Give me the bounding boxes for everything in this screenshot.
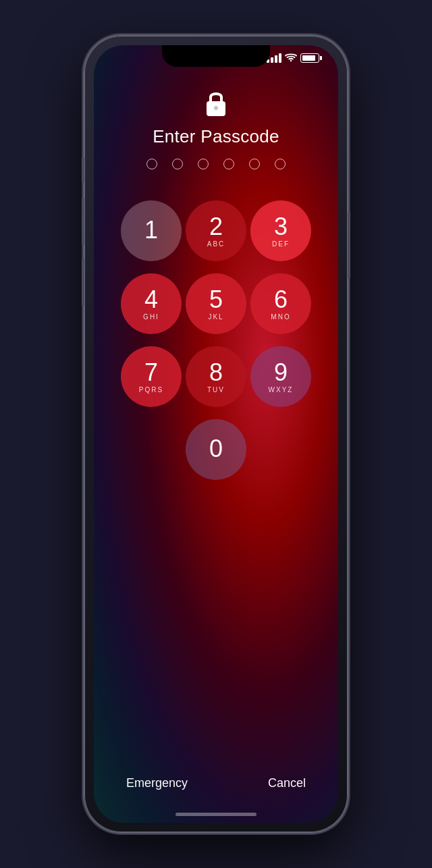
- lock-icon-container: [204, 89, 228, 117]
- key-3[interactable]: 3 DEF: [250, 200, 311, 261]
- battery-icon: [300, 53, 322, 63]
- key-3-letters: DEF: [272, 240, 290, 248]
- key-1-number: 1: [144, 218, 158, 242]
- lock-icon: [204, 89, 228, 117]
- svg-point-1: [214, 106, 218, 110]
- key-4[interactable]: 4 GHI: [121, 273, 182, 334]
- key-7[interactable]: 7 PQRS: [121, 346, 182, 407]
- key-4-number: 4: [144, 288, 158, 312]
- key-1[interactable]: 1: [121, 200, 182, 261]
- key-empty-right: [250, 419, 311, 480]
- signal-bar-3: [275, 55, 277, 63]
- signal-bar-2: [271, 57, 273, 63]
- key-5-letters: JKL: [208, 313, 223, 321]
- phone-frame: Enter Passcode 1 2 ABC: [84, 36, 348, 832]
- key-5-number: 5: [209, 288, 223, 312]
- key-8-letters: TUV: [207, 386, 225, 394]
- key-0-number: 0: [209, 437, 223, 461]
- cancel-button[interactable]: Cancel: [263, 771, 311, 796]
- dot-2: [172, 159, 183, 169]
- key-9-letters: WXYZ: [269, 386, 294, 394]
- signal-bar-4: [279, 53, 281, 63]
- volume-down-button: [82, 259, 84, 306]
- mute-button: [82, 157, 84, 183]
- keypad-row-2: 4 GHI 5 JKL 6 MNO: [121, 273, 311, 334]
- battery-tip: [320, 56, 322, 60]
- power-button: [348, 211, 350, 279]
- dot-5: [249, 159, 260, 169]
- key-2-letters: ABC: [207, 240, 225, 248]
- dot-6: [275, 159, 286, 169]
- key-8[interactable]: 8 TUV: [186, 346, 246, 407]
- emergency-button[interactable]: Emergency: [121, 771, 193, 796]
- notch: [162, 45, 270, 67]
- volume-up-button: [82, 198, 84, 245]
- battery-body: [300, 53, 319, 63]
- key-8-number: 8: [209, 360, 223, 385]
- key-2[interactable]: 2 ABC: [186, 200, 246, 261]
- passcode-dots: [94, 159, 338, 169]
- key-empty-left: [121, 419, 182, 480]
- key-9-number: 9: [274, 360, 288, 385]
- dot-1: [146, 159, 157, 169]
- wifi-icon: [285, 53, 297, 63]
- home-indicator: [176, 813, 256, 816]
- phone-screen: Enter Passcode 1 2 ABC: [94, 45, 338, 823]
- key-0[interactable]: 0: [186, 419, 246, 480]
- key-6-letters: MNO: [271, 313, 290, 321]
- key-6[interactable]: 6 MNO: [250, 273, 311, 334]
- key-5[interactable]: 5 JKL: [186, 273, 246, 334]
- bottom-bar: Emergency Cancel: [94, 771, 338, 796]
- key-2-number: 2: [209, 215, 223, 239]
- key-6-number: 6: [274, 288, 288, 312]
- battery-fill: [302, 55, 315, 61]
- keypad-row-1: 1 2 ABC 3 DEF: [121, 200, 311, 261]
- keypad-row-4: 0: [121, 419, 311, 480]
- status-right: [267, 53, 322, 63]
- key-9[interactable]: 9 WXYZ: [250, 346, 311, 407]
- dot-4: [223, 159, 234, 169]
- key-7-number: 7: [144, 360, 158, 385]
- passcode-title: Enter Passcode: [94, 126, 338, 147]
- keypad-row-3: 7 PQRS 8 TUV 9 WXYZ: [121, 346, 311, 407]
- key-3-number: 3: [274, 215, 288, 239]
- key-7-letters: PQRS: [139, 386, 163, 394]
- keypad: 1 2 ABC 3 DEF 4 GHI 5: [94, 200, 338, 480]
- dot-3: [198, 159, 209, 169]
- key-4-letters: GHI: [143, 313, 159, 321]
